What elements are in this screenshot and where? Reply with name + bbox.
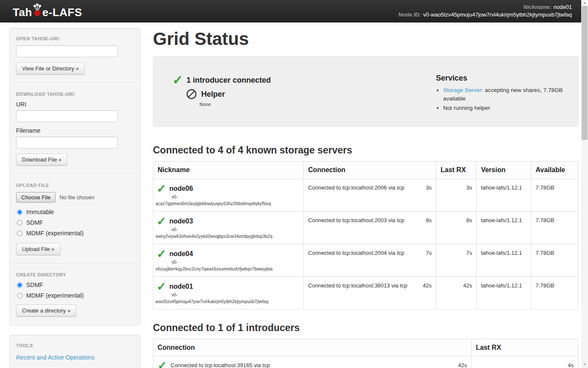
radio-input[interactable] — [17, 209, 22, 215]
node-id-prefix: v0- — [172, 260, 300, 265]
column-header: Nickname — [153, 161, 304, 178]
radio-input[interactable] — [17, 293, 22, 298]
view-file-button[interactable]: View File or Directory » — [16, 62, 85, 75]
nickname-cell: ✓ node06 v0- acaz7qptmeo6m3asjlgkb6iwlyu… — [153, 178, 304, 211]
available-cell: 7.78GB — [531, 244, 578, 276]
open-uri-section: OPEN TAHOE-URI: View File or Directory » — [16, 36, 134, 75]
logo-text-pre: Tah — [13, 6, 32, 19]
table-row: ✓ node04 v0- v6zuyjkbrrkqy2bvc2cny7qwax5… — [153, 244, 578, 276]
nickname-value: node01 — [554, 4, 572, 10]
node-id-prefix: v0- — [172, 293, 300, 298]
radio-option[interactable]: MDMF (experimental) — [16, 230, 134, 237]
divider — [10, 263, 140, 264]
radio-label: Immutable — [26, 209, 54, 215]
table-row: ✓ node03 v0- swny2viyw63ofxwi4x2yykd2woq… — [153, 211, 578, 244]
node-id-hash: wao5tzv45pmoju47jow7rvl4ukirjm5ytbh2kjty… — [155, 299, 300, 304]
upload-file-button[interactable]: Upload File » — [16, 243, 61, 255]
radio-option[interactable]: MDMF (experimental) — [16, 292, 134, 299]
download-file-button[interactable]: Download File » — [16, 153, 67, 166]
upload-file-label: UPLOAD FILE — [16, 183, 134, 188]
divider — [10, 174, 140, 175]
version-cell: tahoe-lafs/1.12.1 — [477, 211, 531, 244]
last-rx-cell: 3s — [436, 178, 476, 211]
connection-text: Connected to tcp:localhost:2003 via tcp — [308, 217, 404, 223]
open-uri-input[interactable] — [16, 45, 118, 57]
scroll-down-arrow[interactable]: ▼ — [581, 362, 588, 367]
storage-servers-header-row: NicknameConnectionLast RXVersionAvailabl… — [153, 161, 578, 178]
table-row: ✓ Connected to tcp:localhost:39165 via t… — [153, 356, 578, 368]
radio-option[interactable]: SDMF — [16, 219, 134, 226]
main-content: Grid Status ✓ 1 introducer connected Hel… — [153, 28, 578, 368]
download-uri-label: DOWNLOAD TAHOE-URI: — [16, 92, 134, 97]
scrollbar-thumb[interactable] — [582, 6, 588, 140]
version-cell: tahoe-lafs/1.12.1 — [477, 178, 531, 211]
radio-label: MDMF (experimental) — [26, 292, 83, 299]
radio-input[interactable] — [17, 282, 22, 288]
top-header: Tah e-LAFS Nickname:node01 Node ID:v0-wa… — [0, 0, 581, 22]
grid-status-well: ✓ 1 introducer connected Helper None Ser… — [153, 56, 578, 127]
download-uri-section: DOWNLOAD TAHOE-URI: URI Filename Downloa… — [16, 92, 134, 166]
available-cell: 7.78GB — [531, 178, 578, 211]
node-id-value: v0-wao5tzv45pmoju47jow7rvl4ukirjm5ytbh2k… — [423, 11, 572, 18]
storage-servers-table: NicknameConnectionLast RXVersionAvailabl… — [153, 161, 578, 309]
connection-time: 42s — [458, 362, 467, 368]
upload-format-radios: ImmutableSDMFMDMF (experimental) — [16, 209, 134, 237]
nickname-cell: ✓ node04 v0- v6zuyjkbrrkqy2bvc2cny7qwax5… — [153, 244, 304, 276]
tahoe-dot-tree-icon — [32, 3, 42, 19]
app-logo: Tah e-LAFS — [13, 3, 82, 19]
no-entry-icon — [186, 89, 197, 100]
node-info: Nickname:node01 Node ID:v0-wao5tzv45pmoj… — [398, 3, 572, 19]
server-nickname: node01 — [169, 283, 193, 290]
node-id-label: Node ID: — [398, 11, 421, 18]
helper-title: Helper — [201, 90, 225, 99]
last-rx-cell: 42s — [436, 276, 476, 309]
upload-file-section: UPLOAD FILE Choose File No file chosen I… — [16, 183, 134, 255]
uri-field-label: URI — [16, 101, 134, 108]
storage-server-link[interactable]: Storage Server — [443, 87, 482, 93]
column-header: Available — [531, 161, 578, 178]
nickname-cell: ✓ node03 v0- swny2viyw63ofxwi4x2yykd2woq… — [153, 211, 304, 244]
introducers-header-row: ConnectionLast RX — [153, 339, 578, 356]
radio-input[interactable] — [17, 231, 22, 236]
download-filename-input[interactable] — [16, 137, 118, 148]
check-icon: ✓ — [158, 360, 167, 368]
mkdir-format-radios: SDMFMDMF (experimental) — [16, 282, 134, 299]
column-header: Connection — [304, 161, 436, 178]
table-row: ✓ node06 v0- acaz7qptmeo6m3asjlgkb6iwlyu… — [153, 178, 578, 211]
radio-input[interactable] — [17, 220, 22, 226]
recent-operations-link[interactable]: Recent and Active Operations — [16, 354, 94, 361]
connection-time: 7s — [426, 250, 432, 256]
no-file-chosen-text: No file chosen — [59, 194, 94, 201]
create-directory-label: CREATE DIRECTORY — [16, 272, 134, 277]
connection-cell: Connected to tcp:localhost:2004 via tcp … — [304, 244, 436, 276]
scroll-up-arrow[interactable]: ▲ — [581, 1, 588, 5]
check-icon: ✓ — [157, 281, 166, 293]
column-header: Connection — [153, 339, 472, 356]
page-title: Grid Status — [153, 29, 578, 49]
scrollbar[interactable]: ▲ ▼ — [581, 0, 588, 368]
last-rx-cell: 8s — [436, 211, 476, 244]
connection-cell: Connected to tcp:localhost:38013 via tcp… — [304, 276, 436, 309]
tools-label: TOOLS — [16, 343, 134, 348]
radio-label: SDMF — [26, 219, 43, 226]
check-icon: ✓ — [172, 74, 183, 86]
introducers-body: ✓ Connected to tcp:localhost:39165 via t… — [153, 356, 578, 368]
node-id-hash: swny2viyw63ofxwi4x2yykd2woqjbpx3cw34xtri… — [155, 234, 300, 239]
introducer-connected-text: 1 introducer connected — [186, 76, 271, 85]
server-nickname: node06 — [169, 185, 193, 192]
connection-time: 3s — [426, 184, 432, 191]
column-header: Last RX — [436, 161, 476, 178]
choose-file-button[interactable]: Choose File — [16, 192, 55, 203]
download-uri-input[interactable] — [16, 110, 118, 122]
column-header: Last RX — [472, 339, 578, 356]
radio-option[interactable]: SDMF — [16, 282, 134, 288]
logo-text-post: e-LAFS — [42, 6, 82, 19]
available-cell: 7.78GB — [531, 211, 578, 244]
radio-label: SDMF — [26, 282, 43, 288]
introducers-heading: Connected to 1 of 1 introducers — [153, 322, 578, 334]
node-id-hash: v6zuyjkbrrkqy2bvc2cny7qwax5sxumedsxfzfjw… — [155, 267, 300, 271]
create-directory-button[interactable]: Create a directory » — [16, 304, 76, 317]
radio-option[interactable]: Immutable — [16, 209, 134, 215]
helper-value: None — [200, 102, 436, 107]
service-item: Storage Server: accepting new shares, 7.… — [443, 86, 569, 103]
